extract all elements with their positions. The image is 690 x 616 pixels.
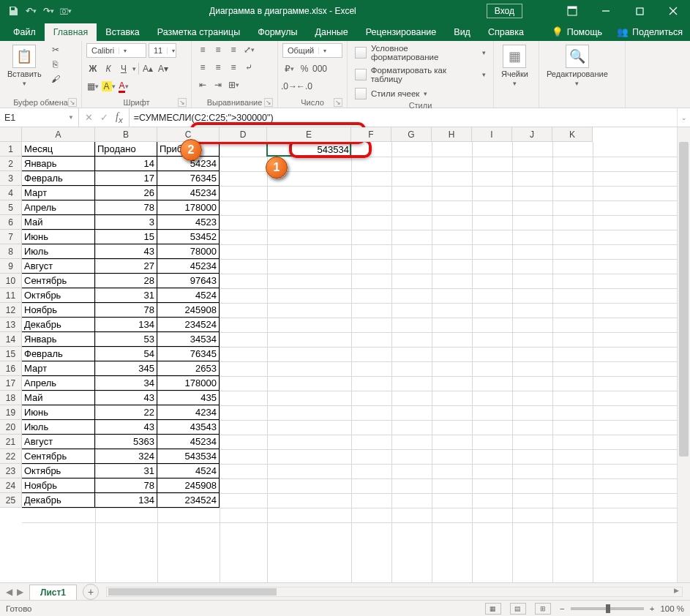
tab-page-layout[interactable]: Разметка страницы — [149, 23, 249, 41]
font-name-combo[interactable]: Calibri▾ — [86, 43, 146, 58]
cell[interactable]: 178000 — [157, 375, 220, 391]
row-head-16[interactable]: 16 — [0, 361, 22, 376]
col-head-D[interactable]: D — [220, 127, 267, 142]
tab-data[interactable]: Данные — [307, 23, 357, 41]
zoom-control[interactable]: − + 100 % — [560, 604, 684, 613]
row-head-21[interactable]: 21 — [0, 435, 22, 449]
row-head-25[interactable]: 25 — [0, 493, 22, 508]
align-top-icon[interactable]: ≡ — [196, 43, 209, 56]
cell[interactable]: Продано — [94, 141, 157, 157]
decrease-font-icon[interactable]: A▾ — [157, 62, 170, 75]
wrap-text-icon[interactable]: ⤶ — [242, 61, 255, 74]
currency-icon[interactable]: ₽▾ — [282, 62, 296, 75]
cell[interactable]: 4524 — [157, 463, 220, 478]
row-head-4[interactable]: 4 — [0, 186, 22, 200]
cell[interactable]: Май — [21, 214, 95, 230]
cell[interactable]: 4523 — [157, 214, 220, 230]
cell[interactable]: 76345 — [157, 346, 220, 361]
tab-view[interactable]: Вид — [445, 23, 479, 41]
cell[interactable]: 134 — [94, 317, 157, 332]
col-head-A[interactable]: A — [22, 127, 95, 142]
cell[interactable]: Август — [21, 434, 95, 449]
normal-view-icon[interactable]: ▦ — [485, 603, 501, 615]
cell[interactable]: Декабрь — [21, 317, 95, 332]
cell[interactable]: Июль — [21, 419, 95, 435]
col-head-K[interactable]: K — [552, 127, 593, 142]
tab-formulas[interactable]: Формулы — [249, 23, 306, 41]
cell[interactable]: Октябрь — [21, 288, 95, 303]
tab-help[interactable]: Справка — [479, 23, 533, 41]
col-head-J[interactable]: J — [512, 127, 552, 142]
cell[interactable]: 234524 — [157, 317, 220, 332]
format-painter-icon[interactable]: 🖌 — [49, 72, 62, 86]
cell[interactable]: 15 — [94, 229, 157, 244]
number-dialog-icon[interactable]: ↘ — [334, 98, 342, 107]
bold-button[interactable]: Ж — [86, 62, 100, 75]
row-head-22[interactable]: 22 — [0, 449, 22, 464]
cell[interactable]: Февраль — [21, 346, 95, 361]
cell[interactable]: 53 — [94, 331, 157, 347]
formula-input[interactable]: =СУММЕСЛИ(C2:C25;">300000") — [130, 108, 677, 127]
cell[interactable]: 17 — [94, 170, 157, 186]
orientation-icon[interactable]: ⤢▾ — [242, 43, 255, 56]
align-center-icon[interactable]: ≡ — [211, 61, 225, 74]
col-head-C[interactable]: C — [157, 127, 220, 142]
save-icon[interactable] — [7, 5, 19, 17]
cell[interactable]: 2653 — [157, 361, 220, 376]
row-head-1[interactable]: 1 — [0, 142, 22, 157]
row-head-15[interactable]: 15 — [0, 347, 22, 361]
cell[interactable]: 245908 — [157, 478, 220, 493]
paste-button[interactable]: 📋 Вставить ▾ — [4, 43, 45, 89]
expand-formula-bar-icon[interactable]: ⌄ — [677, 108, 690, 127]
share-button[interactable]: 👥Поделиться — [610, 23, 690, 41]
row-head-12[interactable]: 12 — [0, 303, 22, 318]
cell[interactable]: Апрель — [21, 200, 95, 215]
increase-decimal-icon[interactable]: .0→ — [282, 80, 296, 93]
cell[interactable]: 43543 — [157, 419, 220, 435]
cell[interactable]: 245908 — [157, 302, 220, 318]
tab-insert[interactable]: Вставка — [97, 23, 148, 41]
vertical-scrollbar[interactable] — [677, 127, 690, 582]
alignment-dialog-icon[interactable]: ↘ — [264, 98, 273, 107]
zoom-handle[interactable] — [606, 604, 610, 613]
cell[interactable]: 14 — [94, 156, 157, 171]
cell[interactable]: Ноябрь — [21, 478, 95, 493]
font-color-icon[interactable]: A▾ — [117, 80, 130, 93]
borders-icon[interactable]: ▦▾ — [86, 80, 100, 93]
cell[interactable]: 26 — [94, 185, 157, 200]
cell[interactable]: 234524 — [157, 492, 220, 508]
cell[interactable]: Июнь — [21, 229, 95, 244]
enter-formula-icon[interactable]: ✓ — [100, 112, 108, 123]
row-head-8[interactable]: 8 — [0, 244, 22, 259]
cell[interactable]: 54234 — [157, 156, 220, 171]
format-as-table-button[interactable]: Форматировать как таблицу▾ — [352, 65, 489, 84]
cell[interactable]: Месяц — [21, 141, 95, 157]
hscroll-thumb[interactable] — [108, 588, 277, 596]
cell[interactable]: Июль — [21, 244, 95, 259]
cell[interactable]: 97643 — [157, 273, 220, 288]
cell[interactable]: Декабрь — [21, 492, 95, 508]
cell[interactable]: 34 — [94, 375, 157, 391]
scroll-thumb[interactable] — [679, 142, 689, 457]
zoom-in-icon[interactable]: + — [650, 604, 655, 613]
minimize-icon[interactable] — [589, 0, 623, 22]
cell[interactable]: Сентябрь — [21, 273, 95, 288]
cell[interactable]: 45234 — [157, 434, 220, 449]
decrease-indent-icon[interactable]: ⇤ — [196, 78, 209, 91]
cell[interactable]: Ноябрь — [21, 302, 95, 318]
cell[interactable]: 3 — [94, 214, 157, 230]
row-head-10[interactable]: 10 — [0, 274, 22, 288]
cell[interactable]: Август — [21, 258, 95, 274]
cell[interactable]: Январь — [21, 156, 95, 171]
cell[interactable]: 78 — [94, 302, 157, 318]
cell[interactable]: 324 — [94, 448, 157, 464]
align-bottom-icon[interactable]: ≡ — [227, 43, 240, 56]
row-head-9[interactable]: 9 — [0, 259, 22, 274]
fill-color-icon[interactable]: A▾ — [102, 80, 115, 93]
cell[interactable]: Апрель — [21, 375, 95, 391]
font-size-combo[interactable]: 11▾ — [149, 43, 176, 58]
cell[interactable]: 22 — [94, 405, 157, 420]
cell[interactable]: 435 — [157, 390, 220, 405]
clipboard-dialog-icon[interactable]: ↘ — [68, 98, 77, 107]
horizontal-scrollbar[interactable]: ◀▶ — [106, 587, 683, 597]
